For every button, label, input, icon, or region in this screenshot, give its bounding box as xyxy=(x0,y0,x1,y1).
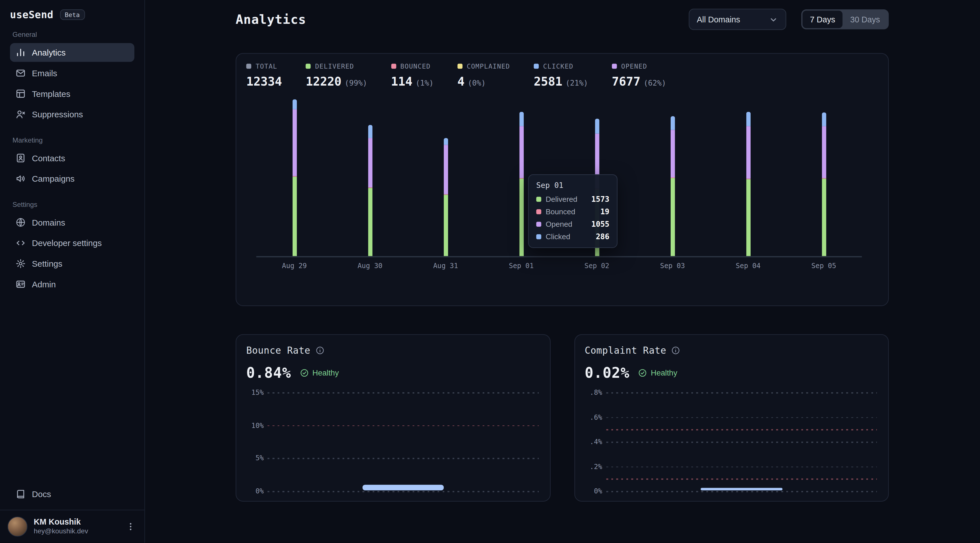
gridline xyxy=(606,392,877,393)
stat-label: COMPLAINED xyxy=(467,62,510,70)
sidebar-item-settings[interactable]: Settings xyxy=(10,254,134,273)
stats-row: TOTAL12334DELIVERED12220(99%)BOUNCED114(… xyxy=(246,62,878,88)
sidebar-item-campaigns[interactable]: Campaigns xyxy=(10,169,134,188)
stacked-bar-sep-03[interactable] xyxy=(670,116,675,256)
stat-label: TOTAL xyxy=(256,62,277,70)
stat-value: 114(1%) xyxy=(391,74,434,88)
complaint-status-label: Healthy xyxy=(651,368,677,377)
section-label-settings: Settings xyxy=(13,201,132,208)
tooltip-color-dot xyxy=(536,209,541,214)
stat-clicked: CLICKED2581(21%) xyxy=(534,62,588,88)
range-30-days-button[interactable]: 30 Days xyxy=(843,11,888,28)
docs-label: Docs xyxy=(32,489,51,499)
sidebar-item-analytics[interactable]: Analytics xyxy=(10,43,134,62)
chevron-down-icon xyxy=(769,15,778,24)
id-card-icon xyxy=(16,279,25,289)
bounce-rate-title: Bounce Rate xyxy=(246,345,310,356)
tooltip-series-label: Clicked xyxy=(546,232,592,241)
rate-bar[interactable] xyxy=(363,485,444,490)
stat-percentage: (0%) xyxy=(468,79,486,87)
gridline xyxy=(606,417,877,418)
stacked-bar-sep-01[interactable] xyxy=(519,112,523,256)
complaint-rate-card: Complaint Rate 0.02% Healthy .8%.6%.4%.2… xyxy=(574,334,889,502)
range-7-days-button[interactable]: 7 Days xyxy=(802,11,843,28)
x-tick-label: Sep 01 xyxy=(509,262,534,270)
sidebar-item-emails[interactable]: Emails xyxy=(10,64,134,83)
stacked-bar-aug-29[interactable] xyxy=(292,100,296,256)
avatar xyxy=(7,517,27,537)
x-tick-label: Sep 05 xyxy=(811,262,836,270)
sidebar-item-docs[interactable]: Docs xyxy=(10,484,134,503)
kebab-menu-icon[interactable] xyxy=(124,520,137,533)
tooltip-series-value: 1573 xyxy=(591,195,609,204)
rate-bar[interactable] xyxy=(701,488,782,491)
sidebar-item-templates[interactable]: Templates xyxy=(10,84,134,103)
bar-segment-delivered xyxy=(670,178,675,256)
stat-value: 2581(21%) xyxy=(534,74,588,88)
stacked-bar-sep-04[interactable] xyxy=(746,112,750,256)
nav-label: Campaigns xyxy=(32,174,75,183)
user-name: KM Koushik xyxy=(34,517,88,527)
bounce-rate-value: 0.84% xyxy=(246,365,291,381)
stat-color-dot xyxy=(457,64,463,69)
domain-select[interactable]: All Domains xyxy=(689,9,786,30)
stat-total: TOTAL12334 xyxy=(246,62,282,88)
user-email: hey@koushik.dev xyxy=(34,527,88,536)
stat-color-dot xyxy=(391,64,396,69)
x-tick-label: Sep 02 xyxy=(584,262,609,270)
bar-segment-opened xyxy=(292,110,296,176)
stat-label: BOUNCED xyxy=(400,62,431,70)
stat-color-dot xyxy=(534,64,539,69)
tooltip-row-bounced: Bounced19 xyxy=(536,208,609,216)
info-icon[interactable] xyxy=(315,346,324,355)
bar-segment-opened xyxy=(821,126,826,178)
y-tick-label: 5% xyxy=(246,454,264,462)
main-content: Analytics All Domains 7 Days 30 Days TOT… xyxy=(145,0,980,543)
section-label-marketing: Marketing xyxy=(13,136,132,143)
sidebar-item-admin[interactable]: Admin xyxy=(10,275,134,294)
user-menu[interactable]: KM Koushik hey@koushik.dev xyxy=(0,510,144,543)
layout-icon xyxy=(16,89,25,98)
nav-label: Domains xyxy=(32,218,65,227)
y-tick-label: 0% xyxy=(246,487,264,495)
sidebar: useSend Beta GeneralAnalyticsEmailsTempl… xyxy=(0,0,145,543)
tooltip-series-value: 286 xyxy=(596,232,609,241)
sidebar-item-contacts[interactable]: Contacts xyxy=(10,149,134,167)
check-circle-icon xyxy=(638,368,647,377)
info-icon[interactable] xyxy=(671,346,680,355)
stat-complained: COMPLAINED4(0%) xyxy=(457,62,510,88)
stat-percentage: (99%) xyxy=(345,79,367,87)
nav-label: Analytics xyxy=(32,48,65,57)
stacked-bar-sep-05[interactable] xyxy=(821,112,826,256)
bar-segment-opened xyxy=(519,126,523,178)
bar-segment-clicked xyxy=(292,100,296,110)
chart-tooltip: Sep 01 Delivered1573Bounced19Opened1055C… xyxy=(528,174,617,248)
bar-segment-opened xyxy=(670,130,675,178)
threshold-line xyxy=(267,425,538,426)
stat-percentage: (1%) xyxy=(415,79,434,87)
bar-segment-clicked xyxy=(368,125,372,138)
tooltip-color-dot xyxy=(536,222,541,227)
sidebar-item-domains[interactable]: Domains xyxy=(10,213,134,232)
stat-percentage: (62%) xyxy=(643,79,666,87)
stacked-bar-aug-31[interactable] xyxy=(444,138,448,256)
contact-book-icon xyxy=(16,153,25,163)
nav-label: Suppressions xyxy=(32,110,83,119)
bar-segment-delivered xyxy=(519,179,523,256)
y-tick-label: .8% xyxy=(585,389,602,397)
nav-label: Admin xyxy=(32,279,56,289)
threshold-line xyxy=(606,429,877,430)
tooltip-row-opened: Opened1055 xyxy=(536,220,609,229)
bar-segment-delivered xyxy=(292,177,296,256)
sidebar-item-suppressions[interactable]: Suppressions xyxy=(10,105,134,124)
sidebar-item-developer-settings[interactable]: Developer settings xyxy=(10,233,134,252)
bar-segment-delivered xyxy=(368,188,372,256)
bounce-status-badge: Healthy xyxy=(300,368,339,377)
complaint-rate-header: Complaint Rate xyxy=(585,345,878,356)
y-tick-label: 15% xyxy=(246,389,264,397)
mail-icon xyxy=(16,68,25,78)
stacked-bar-aug-30[interactable] xyxy=(368,125,372,256)
usesend-analytics-app: useSend Beta GeneralAnalyticsEmailsTempl… xyxy=(0,0,980,543)
bar-segment-opened xyxy=(368,138,372,187)
sidebar-bottom: Docs KM Koushik hey@koushik.dev xyxy=(10,484,134,543)
